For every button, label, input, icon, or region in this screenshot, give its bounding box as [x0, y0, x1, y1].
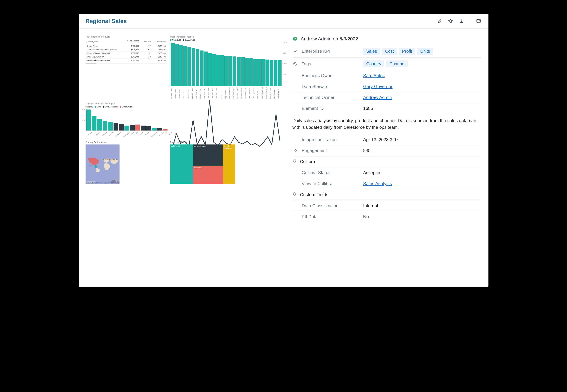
- data-steward-link[interactable]: Gary Governor: [363, 84, 481, 89]
- table-row[interactable]: Chateau d,AEYquem$343,783148$142,408: [86, 55, 167, 59]
- collibra-status-row: Collibra Status Accepted: [292, 167, 481, 178]
- certified-text: Andrew Admin on 5/3/2022: [301, 36, 358, 42]
- panel-title: Country Performance: [86, 141, 167, 143]
- kpi-tag[interactable]: Cost: [382, 48, 397, 55]
- svg-point-2: [478, 20, 478, 21]
- content: Top Performing Products product_nameSale…: [79, 29, 488, 229]
- tag-icon: [292, 62, 298, 66]
- element-id-row: Element ID 1685: [292, 103, 481, 114]
- engagement-row: Engagement 845: [292, 145, 481, 156]
- table-row[interactable]: Penfolds Grange Hermitage$317,034121$157…: [86, 59, 167, 62]
- kpi-tag[interactable]: Sales: [363, 48, 380, 55]
- tag[interactable]: Country: [363, 60, 384, 67]
- panel-title: Top Performing Products: [86, 35, 167, 38]
- chart-legend: Units Sold Gross Profit: [170, 39, 282, 41]
- kpi-tag[interactable]: Units: [417, 48, 433, 55]
- data-classification-row: Data Classification Internal: [292, 200, 481, 211]
- feedback-icon[interactable]: [476, 18, 482, 24]
- image-last-taken-row: Image Last Taken Apr 13, 2023 3:07: [292, 134, 481, 145]
- svg-point-5: [294, 63, 295, 63]
- puzzle-icon: [292, 192, 297, 197]
- business-owner-row: Business Owner Sam Sales: [292, 70, 481, 81]
- country-map[interactable]: NORTH AMERICA EUROPE ASIA AFRICA SOUTH A…: [86, 144, 120, 184]
- attachment-icon[interactable]: [436, 18, 443, 24]
- svg-point-3: [479, 20, 480, 21]
- business-owner-link[interactable]: Sam Sales: [363, 73, 481, 78]
- tags-row: Tags CountryChannel: [292, 58, 481, 70]
- tag[interactable]: Channel: [386, 60, 408, 67]
- chart-legend: Category wine wine accessory wine furnit…: [86, 106, 168, 108]
- pii-row: PII Data No: [292, 211, 481, 222]
- titlebar: Regional Sales: [79, 14, 488, 29]
- profitable-products-chart: Most Profitable Products Units Sold Gros…: [170, 35, 282, 98]
- table-scrollbar[interactable]: [86, 63, 167, 64]
- kpi-tag[interactable]: Profit: [399, 48, 415, 55]
- technical-owner-row: Technical Owner Andrew Admin: [292, 92, 481, 103]
- table-row[interactable]: Chateau Mouton Rothschild$350,507121$163…: [86, 52, 167, 55]
- toolbar: [436, 18, 482, 24]
- collibra-link[interactable]: Sales Analysis: [363, 181, 481, 186]
- technical-owner-link[interactable]: Andrew Admin: [363, 95, 481, 100]
- panel-title: Most Profitable Products: [170, 35, 282, 38]
- profit-channel-treemap[interactable]: website visit corporate sales store visi…: [170, 144, 235, 184]
- dashboard-preview: Top Performing Products product_nameSale…: [86, 35, 282, 222]
- puzzle-icon: [292, 159, 297, 165]
- panel-title: Units by Product Subcategory: [86, 102, 168, 105]
- kpi-row: Enterprise KPI SalesCostProfitUnits: [292, 45, 481, 58]
- app-window: Regional Sales Top Performing Product: [79, 14, 488, 287]
- chart-line-icon: [292, 49, 298, 54]
- table-row[interactable]: 112-Bottle Pine Mega Storage Cube$305,46…: [86, 48, 167, 52]
- description: Daily sales analysis by country, product…: [292, 114, 481, 134]
- download-icon[interactable]: [458, 18, 465, 24]
- panel-title: Profit per Channel: [170, 141, 282, 143]
- top-products-table: Top Performing Products product_nameSale…: [86, 35, 167, 98]
- view-in-collibra-row: View In Collibra Sales Analysis: [292, 178, 481, 189]
- certified-badge-icon: [292, 36, 298, 42]
- star-icon[interactable]: [447, 18, 453, 24]
- custom-fields-section: Custom Fields: [292, 189, 481, 200]
- data-steward-row: Data Steward Gary Governor: [292, 81, 481, 92]
- page-title: Regional Sales: [86, 18, 127, 24]
- engagement-icon: [292, 148, 298, 153]
- units-subcategory-chart: Units by Product Subcategory Category wi…: [86, 102, 168, 136]
- metadata-panel: Andrew Admin on 5/3/2022 Enterprise KPI …: [292, 35, 481, 222]
- collibra-section: Collibra: [292, 156, 481, 167]
- svg-marker-0: [448, 19, 452, 23]
- table-row[interactable]: Cheval Blanc$402,350117$175,035: [86, 44, 167, 48]
- certified-row: Andrew Admin on 5/3/2022: [292, 35, 481, 45]
